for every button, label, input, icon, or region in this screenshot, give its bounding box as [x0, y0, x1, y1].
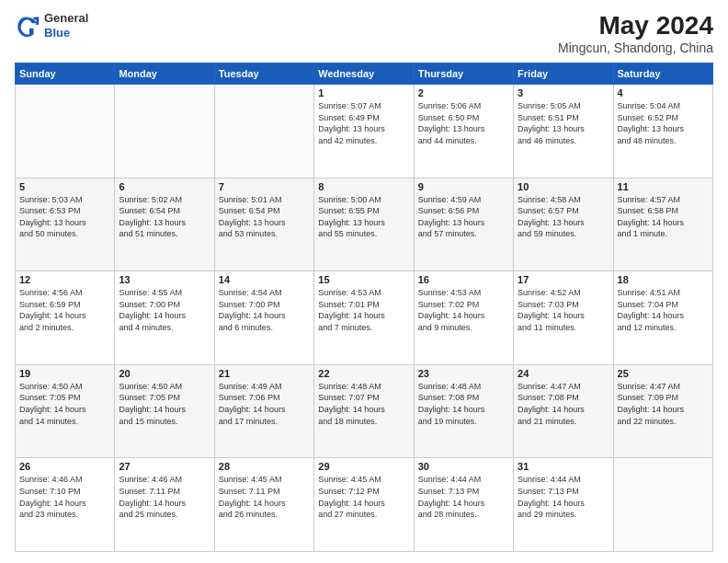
day-info: Sunrise: 4:50 AMSunset: 7:05 PMDaylight:… [119, 381, 210, 427]
day-info: Sunrise: 4:58 AMSunset: 6:57 PMDaylight:… [518, 194, 609, 240]
calendar-cell: 16Sunrise: 4:53 AMSunset: 7:02 PMDayligh… [414, 271, 513, 365]
day-number: 23 [418, 368, 509, 379]
day-number: 11 [618, 181, 709, 192]
day-info: Sunrise: 4:45 AMSunset: 7:12 PMDaylight:… [318, 474, 409, 520]
calendar-cell: 7Sunrise: 5:01 AMSunset: 6:54 PMDaylight… [214, 178, 313, 271]
calendar-cell: 22Sunrise: 4:48 AMSunset: 7:07 PMDayligh… [314, 364, 414, 458]
day-number: 1 [318, 87, 409, 98]
day-number: 10 [518, 181, 609, 192]
day-header-friday: Friday [514, 63, 613, 85]
day-number: 12 [19, 274, 110, 285]
day-number: 6 [119, 181, 210, 192]
day-info: Sunrise: 4:53 AMSunset: 7:01 PMDaylight:… [318, 287, 409, 333]
day-info: Sunrise: 4:55 AMSunset: 7:00 PMDaylight:… [119, 287, 210, 333]
calendar-cell: 29Sunrise: 4:45 AMSunset: 7:12 PMDayligh… [314, 458, 414, 552]
day-info: Sunrise: 4:46 AMSunset: 7:11 PMDaylight:… [119, 474, 210, 520]
calendar-cell: 28Sunrise: 4:45 AMSunset: 7:11 PMDayligh… [214, 458, 313, 552]
calendar-cell: 25Sunrise: 4:47 AMSunset: 7:09 PMDayligh… [613, 364, 712, 458]
day-info: Sunrise: 4:47 AMSunset: 7:08 PMDaylight:… [518, 381, 609, 427]
day-number: 29 [318, 461, 409, 472]
day-info: Sunrise: 4:59 AMSunset: 6:56 PMDaylight:… [418, 194, 509, 240]
day-info: Sunrise: 5:07 AMSunset: 6:49 PMDaylight:… [318, 100, 409, 146]
day-number: 18 [618, 274, 709, 285]
day-header-monday: Monday [115, 63, 214, 85]
day-info: Sunrise: 4:49 AMSunset: 7:06 PMDaylight:… [219, 381, 310, 427]
week-row-4: 26Sunrise: 4:46 AMSunset: 7:10 PMDayligh… [16, 458, 713, 552]
day-number: 22 [318, 368, 409, 379]
day-number: 15 [318, 274, 409, 285]
calendar-table: SundayMondayTuesdayWednesdayThursdayFrid… [15, 63, 713, 552]
calendar-body: 1Sunrise: 5:07 AMSunset: 6:49 PMDaylight… [16, 85, 713, 552]
title-block: May 2024 Mingcun, Shandong, China [558, 11, 713, 55]
day-info: Sunrise: 4:50 AMSunset: 7:05 PMDaylight:… [19, 381, 110, 427]
day-info: Sunrise: 4:48 AMSunset: 7:08 PMDaylight:… [418, 381, 509, 427]
week-row-3: 19Sunrise: 4:50 AMSunset: 7:05 PMDayligh… [16, 364, 713, 458]
calendar-cell: 31Sunrise: 4:44 AMSunset: 7:13 PMDayligh… [514, 458, 613, 552]
calendar-cell: 30Sunrise: 4:44 AMSunset: 7:13 PMDayligh… [414, 458, 513, 552]
page: General Blue May 2024 Mingcun, Shandong,… [0, 0, 728, 563]
day-number: 3 [518, 87, 609, 98]
calendar-cell: 11Sunrise: 4:57 AMSunset: 6:58 PMDayligh… [613, 178, 712, 271]
day-number: 16 [418, 274, 509, 285]
day-number: 13 [119, 274, 210, 285]
logo-blue: Blue [44, 26, 88, 40]
main-title: May 2024 [558, 11, 713, 40]
day-info: Sunrise: 4:56 AMSunset: 6:59 PMDaylight:… [19, 287, 110, 333]
day-info: Sunrise: 4:45 AMSunset: 7:11 PMDaylight:… [219, 474, 310, 520]
calendar-cell: 18Sunrise: 4:51 AMSunset: 7:04 PMDayligh… [613, 271, 712, 365]
calendar-cell: 15Sunrise: 4:53 AMSunset: 7:01 PMDayligh… [314, 271, 414, 365]
day-info: Sunrise: 4:57 AMSunset: 6:58 PMDaylight:… [618, 194, 709, 240]
calendar-cell: 13Sunrise: 4:55 AMSunset: 7:00 PMDayligh… [115, 271, 214, 365]
day-number: 30 [418, 461, 509, 472]
calendar-cell: 19Sunrise: 4:50 AMSunset: 7:05 PMDayligh… [16, 364, 115, 458]
day-info: Sunrise: 4:47 AMSunset: 7:09 PMDaylight:… [618, 381, 709, 427]
day-header-sunday: Sunday [16, 63, 115, 85]
day-number: 14 [219, 274, 310, 285]
logo: General Blue [15, 11, 88, 40]
day-number: 28 [219, 461, 310, 472]
calendar-cell: 23Sunrise: 4:48 AMSunset: 7:08 PMDayligh… [414, 364, 513, 458]
day-info: Sunrise: 4:48 AMSunset: 7:07 PMDaylight:… [318, 381, 409, 427]
calendar-cell: 5Sunrise: 5:03 AMSunset: 6:53 PMDaylight… [16, 178, 115, 271]
day-info: Sunrise: 5:03 AMSunset: 6:53 PMDaylight:… [19, 194, 110, 240]
day-number: 31 [518, 461, 609, 472]
week-row-2: 12Sunrise: 4:56 AMSunset: 6:59 PMDayligh… [16, 271, 713, 365]
day-number: 19 [19, 368, 110, 379]
calendar-cell: 2Sunrise: 5:06 AMSunset: 6:50 PMDaylight… [414, 85, 513, 178]
logo-text: General Blue [44, 11, 88, 40]
day-info: Sunrise: 4:52 AMSunset: 7:03 PMDaylight:… [518, 287, 609, 333]
day-info: Sunrise: 4:53 AMSunset: 7:02 PMDaylight:… [418, 287, 509, 333]
day-number: 7 [219, 181, 310, 192]
day-number: 25 [618, 368, 709, 379]
day-info: Sunrise: 4:44 AMSunset: 7:13 PMDaylight:… [418, 474, 509, 520]
calendar-cell: 24Sunrise: 4:47 AMSunset: 7:08 PMDayligh… [514, 364, 613, 458]
day-number: 17 [518, 274, 609, 285]
day-info: Sunrise: 4:51 AMSunset: 7:04 PMDaylight:… [618, 287, 709, 333]
day-number: 21 [219, 368, 310, 379]
day-number: 4 [618, 87, 709, 98]
calendar-cell: 12Sunrise: 4:56 AMSunset: 6:59 PMDayligh… [16, 271, 115, 365]
calendar-cell [16, 85, 115, 178]
calendar-cell: 21Sunrise: 4:49 AMSunset: 7:06 PMDayligh… [214, 364, 313, 458]
day-header-saturday: Saturday [613, 63, 712, 85]
sub-title: Mingcun, Shandong, China [558, 40, 713, 55]
day-info: Sunrise: 5:04 AMSunset: 6:52 PMDaylight:… [618, 100, 709, 146]
calendar-cell: 26Sunrise: 4:46 AMSunset: 7:10 PMDayligh… [16, 458, 115, 552]
day-number: 27 [119, 461, 210, 472]
day-number: 26 [19, 461, 110, 472]
day-info: Sunrise: 4:46 AMSunset: 7:10 PMDaylight:… [19, 474, 110, 520]
week-row-0: 1Sunrise: 5:07 AMSunset: 6:49 PMDaylight… [16, 85, 713, 178]
calendar-cell: 3Sunrise: 5:05 AMSunset: 6:51 PMDaylight… [514, 85, 613, 178]
calendar-cell: 8Sunrise: 5:00 AMSunset: 6:55 PMDaylight… [314, 178, 414, 271]
header-row: SundayMondayTuesdayWednesdayThursdayFrid… [16, 63, 713, 85]
day-info: Sunrise: 5:02 AMSunset: 6:54 PMDaylight:… [119, 194, 210, 240]
calendar-cell [613, 458, 712, 552]
day-number: 5 [19, 181, 110, 192]
day-info: Sunrise: 5:01 AMSunset: 6:54 PMDaylight:… [219, 194, 310, 240]
calendar-cell: 1Sunrise: 5:07 AMSunset: 6:49 PMDaylight… [314, 85, 414, 178]
calendar-cell: 6Sunrise: 5:02 AMSunset: 6:54 PMDaylight… [115, 178, 214, 271]
day-number: 24 [518, 368, 609, 379]
day-number: 20 [119, 368, 210, 379]
day-info: Sunrise: 5:05 AMSunset: 6:51 PMDaylight:… [518, 100, 609, 146]
header: General Blue May 2024 Mingcun, Shandong,… [15, 11, 713, 55]
